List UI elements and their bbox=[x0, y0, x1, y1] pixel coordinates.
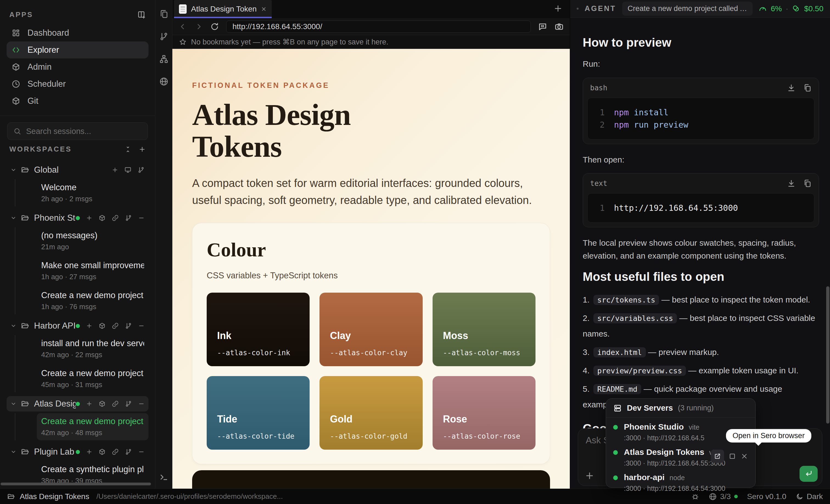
copy-icon[interactable] bbox=[803, 84, 811, 92]
bug-icon[interactable] bbox=[691, 493, 699, 501]
sitemap-icon[interactable] bbox=[159, 54, 168, 64]
agent-task-title[interactable]: Create a new demo project called Atlas D… bbox=[622, 2, 753, 15]
sidebar-item-label: Scheduler bbox=[27, 79, 66, 89]
chevron-down-icon[interactable] bbox=[10, 401, 17, 407]
chevron-down-icon[interactable] bbox=[10, 215, 17, 221]
bash-code-block: bash 1npm install 2npm run preview bbox=[583, 78, 819, 144]
gauge-icon bbox=[759, 5, 767, 13]
cube-icon[interactable] bbox=[99, 448, 106, 455]
sidebar-item-admin[interactable]: Admin bbox=[7, 59, 149, 75]
link-icon[interactable] bbox=[112, 448, 119, 455]
agent-stats: 6% · $0.50 bbox=[759, 4, 823, 13]
session-item-active[interactable]: Create a new demo project ... 42m ago · … bbox=[37, 413, 149, 440]
file-chip[interactable]: preview/preview.css bbox=[594, 366, 686, 376]
swatch-variable: --atlas-color-tide bbox=[217, 432, 303, 440]
stop-server-icon[interactable] bbox=[740, 452, 748, 460]
comment-icon[interactable] bbox=[538, 22, 547, 31]
link-icon[interactable] bbox=[112, 214, 119, 222]
remove-icon[interactable] bbox=[138, 448, 145, 455]
cube-icon[interactable] bbox=[99, 214, 106, 222]
sidebar-divider bbox=[0, 116, 155, 116]
pages-icon[interactable] bbox=[159, 9, 168, 19]
cube-icon[interactable] bbox=[99, 400, 106, 407]
add-workspace-icon[interactable] bbox=[138, 146, 146, 153]
chevron-down-icon[interactable] bbox=[10, 167, 17, 173]
git-branch-icon[interactable] bbox=[125, 448, 132, 455]
session-item[interactable]: Make one small improveme... 1h ago · 27 … bbox=[37, 257, 149, 284]
back-icon[interactable] bbox=[179, 22, 187, 31]
close-tab-icon[interactable] bbox=[261, 6, 267, 12]
session-item[interactable]: install and run the dev server 42m ago ·… bbox=[37, 335, 149, 363]
status-workspace[interactable]: Atlas Design Tokens bbox=[20, 492, 89, 501]
attach-plus-icon[interactable] bbox=[585, 471, 595, 481]
reload-icon[interactable] bbox=[210, 22, 219, 31]
cube-icon[interactable] bbox=[99, 322, 106, 329]
chevron-down-icon[interactable] bbox=[10, 449, 17, 455]
file-chip[interactable]: src/variables.css bbox=[594, 313, 677, 323]
servers-icon bbox=[613, 404, 622, 413]
file-chip[interactable]: index.html bbox=[594, 347, 646, 357]
chevron-down-icon[interactable] bbox=[10, 323, 17, 329]
git-branch-icon[interactable] bbox=[137, 166, 145, 174]
link-icon[interactable] bbox=[112, 322, 119, 329]
cube-icon bbox=[11, 63, 20, 71]
camera-icon[interactable] bbox=[554, 22, 564, 31]
sidebar-item-explorer[interactable]: Explorer bbox=[7, 41, 149, 59]
session-item[interactable]: Welcome 2h ago · 2 msgs bbox=[37, 179, 149, 207]
sidebar-item-git[interactable]: Git bbox=[7, 93, 149, 109]
session-item[interactable]: Create a new demo project ... 1h ago · 7… bbox=[37, 287, 149, 314]
workspace-row-phoenix-studio[interactable]: Phoenix Studio bbox=[7, 210, 149, 226]
session-list: Create a new demo project ... 42m ago · … bbox=[15, 413, 149, 440]
send-button[interactable] bbox=[800, 466, 818, 482]
globe-icon[interactable] bbox=[159, 77, 168, 86]
add-session-icon[interactable] bbox=[112, 167, 118, 173]
workspace-row-harbor-api[interactable]: Harbor API bbox=[7, 318, 149, 334]
download-icon[interactable] bbox=[787, 84, 796, 92]
remove-icon[interactable] bbox=[138, 401, 145, 407]
terminal-icon[interactable] bbox=[155, 472, 172, 482]
tab-atlas-design-tokens[interactable]: Atlas Design Tokens bbox=[174, 0, 272, 18]
horizontal-scrollbar[interactable] bbox=[1, 482, 151, 485]
remove-icon[interactable] bbox=[138, 215, 145, 221]
session-item[interactable]: Create a new demo project ... 45m ago · … bbox=[37, 365, 149, 392]
sidebar-item-scheduler[interactable]: Scheduler bbox=[7, 75, 149, 93]
git-branch-icon[interactable] bbox=[125, 214, 132, 222]
add-session-icon[interactable] bbox=[86, 448, 93, 455]
browser-toolbar bbox=[172, 18, 570, 35]
workspace-row-global[interactable]: Global bbox=[7, 162, 149, 178]
add-session-icon[interactable] bbox=[86, 322, 93, 329]
file-chip[interactable]: src/tokens.ts bbox=[594, 295, 659, 305]
forward-icon[interactable] bbox=[194, 22, 203, 31]
git-branch-icon[interactable] bbox=[125, 400, 132, 407]
link-icon[interactable] bbox=[112, 400, 119, 407]
workspace-name: Plugin Lab bbox=[34, 447, 76, 457]
monitor-icon[interactable] bbox=[124, 166, 131, 174]
new-tab-icon[interactable] bbox=[553, 4, 563, 13]
search-sessions-input[interactable] bbox=[26, 127, 141, 136]
workspace-row-plugin-lab[interactable]: Plugin Lab bbox=[7, 444, 149, 460]
open-window-icon[interactable] bbox=[729, 452, 736, 460]
sidebar: APPS Dashboard Explorer Admin bbox=[0, 0, 155, 489]
workspace-row-atlas-design-tokens[interactable]: Atlas Design Tokens bbox=[7, 396, 149, 411]
git-branch-icon[interactable] bbox=[125, 322, 132, 329]
file-chip[interactable]: README.md bbox=[594, 384, 641, 394]
download-icon[interactable] bbox=[787, 179, 796, 188]
open-external-icon[interactable] bbox=[711, 450, 724, 463]
address-bar[interactable] bbox=[226, 21, 531, 33]
session-item[interactable]: (no messages) 21m ago bbox=[37, 227, 149, 254]
search-sessions-box bbox=[7, 122, 148, 140]
add-session-icon[interactable] bbox=[86, 215, 93, 221]
remove-icon[interactable] bbox=[138, 322, 145, 329]
folder-icon bbox=[21, 448, 29, 456]
new-panel-icon[interactable] bbox=[137, 11, 146, 19]
server-row-harbor-api[interactable]: harbor-apinode :3000 · http://192.168.64… bbox=[606, 468, 755, 494]
copy-icon[interactable] bbox=[803, 179, 811, 188]
add-session-icon[interactable] bbox=[86, 401, 93, 407]
url-input[interactable] bbox=[232, 22, 524, 31]
server-row-atlas-design-tokens[interactable]: Atlas Design Tokensvite :3000 · http://1… bbox=[606, 443, 755, 468]
sidebar-item-dashboard[interactable]: Dashboard bbox=[7, 25, 149, 41]
vertical-scrollbar[interactable] bbox=[826, 286, 829, 423]
git-branch-icon[interactable] bbox=[159, 32, 168, 41]
theme-toggle[interactable]: Dark bbox=[796, 492, 823, 501]
collapse-all-icon[interactable] bbox=[124, 146, 131, 153]
